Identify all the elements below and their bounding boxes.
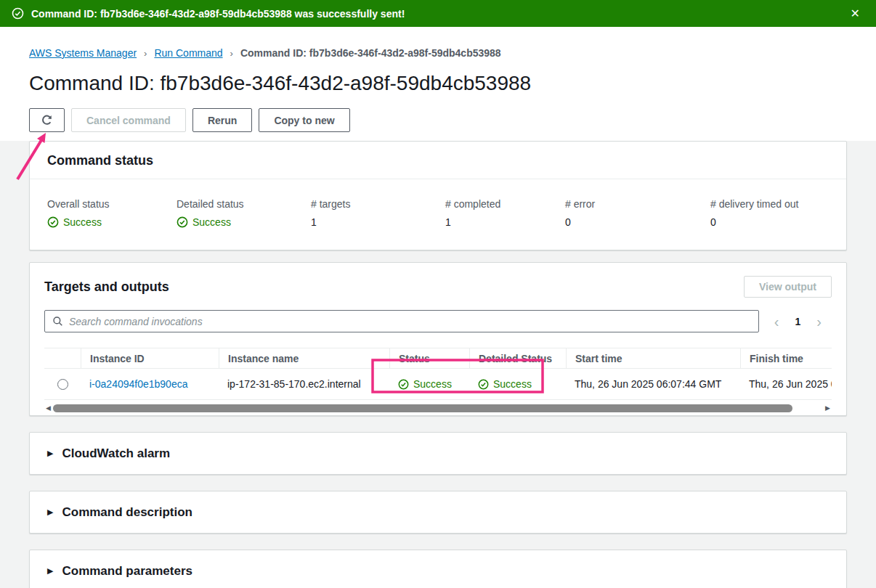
status-value: Success bbox=[63, 216, 102, 228]
refresh-button[interactable] bbox=[29, 108, 65, 132]
column-header-instance-name[interactable]: Instance name bbox=[219, 348, 389, 368]
section-cloudwatch-alarm[interactable]: ▶ CloudWatch alarm bbox=[29, 432, 847, 475]
caret-right-icon: ▶ bbox=[47, 449, 53, 458]
finish-time-cell: Thu, 26 Jun 2025 06:0 bbox=[740, 378, 832, 390]
instance-name-cell: ip-172-31-85-170.ec2.internal bbox=[219, 378, 389, 390]
field-label: Detailed status bbox=[177, 198, 311, 210]
targets-title: Targets and outputs bbox=[44, 279, 169, 295]
field-completed: # completed 1 bbox=[445, 198, 565, 228]
next-page-icon[interactable]: › bbox=[816, 314, 822, 329]
field-label: # targets bbox=[311, 198, 445, 210]
horizontal-scrollbar[interactable]: ◀ ▶ bbox=[44, 404, 832, 412]
current-page-number[interactable]: 1 bbox=[795, 316, 801, 327]
targets-header: Targets and outputs View output bbox=[44, 276, 832, 298]
column-header-start-time[interactable]: Start time bbox=[566, 348, 740, 368]
caret-right-icon: ▶ bbox=[47, 507, 53, 517]
field-label: # completed bbox=[445, 198, 565, 210]
command-status-fields: Overall status Success Detailed status S… bbox=[30, 179, 846, 250]
search-icon bbox=[52, 316, 63, 327]
targets-outputs-card: Targets and outputs View output ‹ 1 › In… bbox=[29, 262, 847, 416]
field-value: 1 bbox=[445, 216, 565, 228]
breadcrumb-current: Command ID: fb7b3d6e-346f-43d2-a98f-59db… bbox=[240, 47, 501, 59]
column-header-status[interactable]: Status bbox=[389, 348, 469, 368]
section-title: CloudWatch alarm bbox=[62, 446, 170, 461]
status-cell: Success bbox=[413, 378, 452, 390]
field-error: # error 0 bbox=[565, 198, 710, 228]
instance-id-link[interactable]: i-0a24094f0e1b90eca bbox=[89, 378, 187, 390]
field-detailed-status: Detailed status Success bbox=[177, 198, 311, 228]
command-status-card: Command status Overall status Success De… bbox=[29, 141, 847, 250]
main-content: Command status Overall status Success De… bbox=[0, 141, 876, 588]
breadcrumb-link-run-command[interactable]: Run Command bbox=[154, 47, 222, 59]
field-delivery-timed-out: # delivery timed out 0 bbox=[710, 198, 829, 228]
view-output-button[interactable]: View output bbox=[744, 276, 832, 298]
rerun-button[interactable]: Rerun bbox=[192, 108, 252, 132]
column-header-detailed-status[interactable]: Detailed Status bbox=[469, 348, 566, 368]
search-input[interactable] bbox=[69, 316, 751, 327]
row-radio-button[interactable] bbox=[57, 379, 68, 390]
field-label: # error bbox=[565, 198, 710, 210]
scrollbar-track[interactable] bbox=[53, 404, 823, 412]
scrollbar-thumb[interactable] bbox=[53, 404, 792, 412]
breadcrumb-link-systems-manager[interactable]: AWS Systems Manager bbox=[29, 47, 137, 59]
detailed-status-cell: Success bbox=[493, 378, 532, 390]
field-label: Overall status bbox=[47, 198, 177, 210]
command-status-header: Command status bbox=[30, 142, 846, 179]
success-flash-banner: Command ID: fb7b3d6e-346f-43d2-a98f-59db… bbox=[0, 0, 876, 27]
cancel-command-button[interactable]: Cancel command bbox=[71, 108, 186, 132]
column-header-instance-id[interactable]: Instance ID bbox=[81, 348, 219, 368]
column-header-finish-time[interactable]: Finish time bbox=[740, 348, 832, 368]
page-header: AWS Systems Manager › Run Command › Comm… bbox=[0, 27, 876, 141]
copy-to-new-button[interactable]: Copy to new bbox=[259, 108, 349, 132]
caret-right-icon: ▶ bbox=[47, 566, 53, 576]
chevron-right-icon: › bbox=[230, 48, 233, 59]
pagination: ‹ 1 › bbox=[774, 314, 832, 329]
command-status-title: Command status bbox=[47, 153, 829, 168]
page-title: Command ID: fb7b3d6e-346f-43d2-a98f-59db… bbox=[29, 72, 847, 95]
section-command-parameters[interactable]: ▶ Command parameters bbox=[29, 550, 847, 588]
field-overall-status: Overall status Success bbox=[47, 198, 177, 228]
status-value: Success bbox=[192, 216, 231, 228]
section-command-description[interactable]: ▶ Command description bbox=[29, 491, 847, 534]
success-check-icon bbox=[47, 216, 59, 228]
refresh-icon bbox=[41, 114, 53, 126]
success-check-icon bbox=[12, 7, 24, 20]
prev-page-icon[interactable]: ‹ bbox=[774, 314, 779, 329]
breadcrumb: AWS Systems Manager › Run Command › Comm… bbox=[29, 47, 847, 59]
chevron-right-icon: › bbox=[144, 48, 147, 59]
success-check-icon bbox=[398, 379, 409, 390]
field-label: # delivery timed out bbox=[710, 198, 829, 210]
banner-message: Command ID: fb7b3d6e-346f-43d2-a98f-59db… bbox=[31, 8, 405, 20]
field-value: 0 bbox=[710, 216, 829, 228]
section-title: Command parameters bbox=[62, 564, 192, 579]
success-check-icon bbox=[478, 379, 489, 390]
success-check-icon bbox=[177, 216, 188, 228]
section-title: Command description bbox=[62, 505, 192, 520]
scroll-right-icon[interactable]: ▶ bbox=[825, 405, 830, 412]
search-box[interactable] bbox=[44, 310, 759, 332]
scroll-left-icon[interactable]: ◀ bbox=[46, 405, 51, 412]
start-time-cell: Thu, 26 Jun 2025 06:07:44 GMT bbox=[566, 378, 740, 390]
table-header-row: Instance ID Instance name Status Detaile… bbox=[44, 348, 832, 369]
table-row: i-0a24094f0e1b90eca ip-172-31-85-170.ec2… bbox=[44, 369, 832, 400]
invocations-table: Instance ID Instance name Status Detaile… bbox=[44, 348, 832, 400]
close-icon[interactable]: ✕ bbox=[846, 7, 864, 20]
field-value: 1 bbox=[311, 216, 445, 228]
field-targets: # targets 1 bbox=[311, 198, 445, 228]
targets-toolbar: ‹ 1 › bbox=[44, 310, 832, 332]
action-toolbar: Cancel command Rerun Copy to new bbox=[29, 108, 847, 132]
select-column-header bbox=[44, 348, 81, 368]
field-value: 0 bbox=[565, 216, 710, 228]
